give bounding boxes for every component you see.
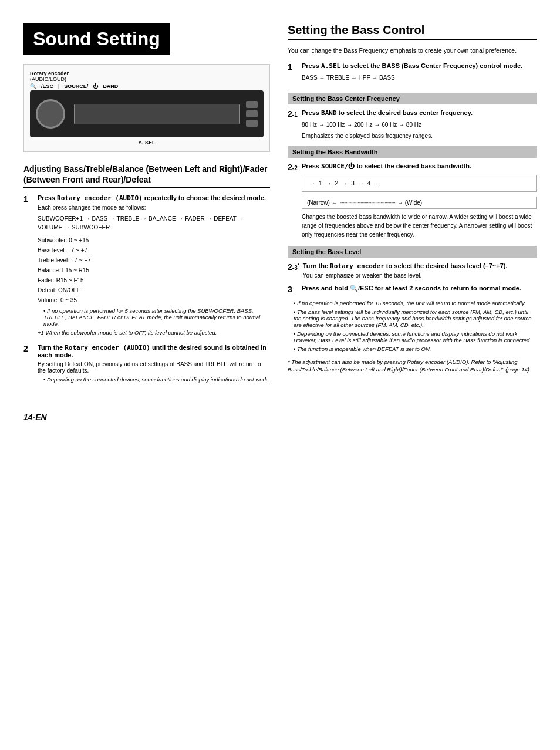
step-2-content: Turn the Rotary encoder (AUDIO) until th… (38, 344, 270, 385)
right-step-2-1-number: 2-1 (288, 109, 298, 139)
separator-bar: | (58, 83, 59, 89)
left-column: Sound Setting Rotary encoder (AUDIO/LOUD… (23, 23, 270, 424)
device-screen (74, 104, 240, 124)
right-step-2-2: 2-2 Press SOURCE/⏻ to select the desired… (288, 163, 537, 239)
page-layout: Sound Setting Rotary encoder (AUDIO/LOUD… (23, 23, 537, 424)
right-notes: If no operation is performed for 15 seco… (288, 300, 537, 352)
step-num-2: 2 (288, 109, 292, 119)
right-step-2-3-number: 2-3* (288, 262, 299, 279)
value-fader: Fader: R15 ~ F15 (38, 275, 270, 285)
device-diagram: Rotary encoder (AUDIO/LOUD) 🔍 /ESC | SOU… (23, 64, 270, 152)
step-sub-num-2: -2 (292, 165, 298, 171)
bw-val-3: 3 (351, 180, 355, 187)
bw-dash: — (374, 180, 380, 187)
bass-control-title: Setting the Bass Control (288, 23, 537, 40)
page-number: 14-EN (23, 408, 270, 424)
step-1-content: Press Rotary encoder (AUDIO) repeatedly … (38, 194, 270, 338)
sound-setting-title: Sound Setting (23, 23, 170, 55)
value-bass: Bass level: –7 ~ +7 (38, 245, 270, 255)
device-knob (36, 99, 65, 129)
step-1-footnote: +1 When the subwoofer mode is set to OFF… (38, 329, 270, 336)
device-btn-3 (246, 120, 258, 127)
step-1-note: If no operation is performed for 5 secon… (43, 308, 270, 327)
narrow-label: (Narrow) ← (307, 200, 338, 206)
source-label: SOURCE/ (64, 83, 88, 89)
right-step-1-number: 1 (288, 62, 298, 86)
right-step-2-1-instruction: Press BAND to select the desired bass ce… (302, 109, 537, 117)
right-note-3: Depending on the connected devices, some… (294, 330, 537, 343)
bw-arrow-1: → (309, 180, 315, 187)
bandwidth-diagram: → 1 → 2 → 3 → 4 — (302, 175, 537, 192)
right-column: Setting the Bass Control You can change … (288, 23, 537, 424)
right-step-2-3-sub: You can emphasize or weaken the bass lev… (303, 272, 537, 279)
rotary-label: Rotary encoder (AUDIO/LOUD) (30, 70, 69, 82)
step-asterisk: * (298, 262, 299, 268)
step-1-number: 1 (23, 194, 34, 338)
right-step-2-3-content: Turn the Rotary encoder to select the de… (303, 262, 537, 279)
value-defeat: Defeat: ON/OFF (38, 285, 270, 295)
a-sel-label: A. SEL (30, 140, 264, 146)
left-step-2: 2 Turn the Rotary encoder (AUDIO) until … (23, 344, 270, 385)
page-suffix: -EN (33, 413, 47, 422)
right-step-3-bold: Press and hold 🔍/ESC for at least 2 seco… (302, 285, 521, 292)
right-step-2-1-sub: Emphasizes the displayed bass frequency … (302, 133, 537, 139)
wide-label: → (Wide) (397, 200, 422, 206)
intro-text: You can change the Bass Frequency emphas… (288, 46, 537, 55)
right-note-2: The bass level settings will be individu… (294, 309, 537, 328)
left-section-title: Adjusting Bass/Treble/Balance (Between L… (23, 164, 270, 188)
device-btn-2 (246, 110, 258, 117)
right-step-2-2-content: Press SOURCE/⏻ to select the desired bas… (302, 163, 537, 239)
right-note-4: The function is inoperable when DEFEAT i… (294, 346, 537, 352)
bass-level-heading: Setting the Bass Level (288, 246, 537, 258)
diagram-device (30, 90, 264, 137)
right-step-2-1: 2-1 Press BAND to select the desired bas… (288, 109, 537, 139)
rotary-sublabel: (AUDIO/LOUD) (30, 76, 66, 82)
device-btn-1 (246, 101, 258, 108)
diagram-top-labels: Rotary encoder (AUDIO/LOUD) (30, 70, 264, 82)
right-step-2-3-bold: Turn the Rotary encoder to select the de… (303, 262, 508, 269)
search-icon-label: 🔍 (30, 83, 36, 89)
right-step-3-number: 3 (288, 285, 298, 294)
esc-label: /ESC (41, 83, 53, 89)
right-step-2-1-content: Press BAND to select the desired bass ce… (302, 109, 537, 139)
right-step-3-content: Press and hold 🔍/ESC for at least 2 seco… (302, 285, 537, 294)
left-step-1: 1 Press Rotary encoder (AUDIO) repeatedl… (23, 194, 270, 338)
step-1-mode-sequence: SUBWOOFER+1 → BASS → TREBLE → BALANCE → … (38, 214, 270, 232)
device-buttons (246, 101, 258, 127)
right-step-1-instruction: Press A.SEL to select the BASS (Bass Cen… (302, 62, 537, 70)
power-icon: ⏻ (93, 83, 98, 89)
value-balance: Balance: L15 ~ R15 (38, 265, 270, 275)
right-step-2-2-instruction: Press SOURCE/⏻ to select the desired bas… (302, 163, 537, 170)
right-step-2-2-bold: Press SOURCE/⏻ to select the desired bas… (302, 163, 471, 170)
value-volume: Volume: 0 ~ 35 (38, 295, 270, 305)
right-step-2-2-number: 2-2 (288, 163, 298, 239)
step-sub-num-1: -1 (292, 112, 298, 118)
bw-arrow-3: → (342, 180, 348, 187)
bw-val-1: 1 (319, 180, 322, 187)
right-step-2-1-sequence: 80 Hz → 100 Hz → 200 Hz → 60 Hz → 80 Hz (302, 120, 537, 129)
step-2-instruction-bold: Turn the Rotary encoder (AUDIO) until th… (38, 344, 266, 359)
step-num-2c: 2 (288, 262, 292, 272)
right-step-3: 3 Press and hold 🔍/ESC for at least 2 se… (288, 285, 537, 294)
step-1-sub: Each press changes the mode as follows: (38, 204, 270, 211)
bass-center-heading: Setting the Bass Center Frequency (288, 93, 537, 104)
right-step-2-3: 2-3* Turn the Rotary encoder to select t… (288, 262, 537, 279)
page-num-text: 14 (23, 413, 33, 422)
step-2-number: 2 (23, 344, 34, 385)
right-step-1-sequence: BASS → TREBLE → HPF → BASS (302, 73, 537, 82)
bw-arrow-2: → (326, 180, 332, 187)
right-step-1: 1 Press A.SEL to select the BASS (Bass C… (288, 62, 537, 86)
value-subwoofer: Subwoofer: 0 ~ +15 (38, 235, 270, 245)
step-sub-num-3: -3 (292, 265, 298, 271)
right-step-1-bold: Press A.SEL to select the BASS (Bass Cen… (302, 62, 522, 69)
bandwidth-narrow-wide: (Narrow) ← ·····························… (302, 197, 537, 209)
value-treble: Treble level: –7 ~ +7 (38, 255, 270, 265)
right-step-2-1-bold: Press BAND to select the desired bass ce… (302, 109, 473, 116)
right-step-1-content: Press A.SEL to select the BASS (Bass Cen… (302, 62, 537, 86)
bass-bandwidth-heading: Setting the Bass Bandwidth (288, 146, 537, 158)
step-2-sub: By setting Defeat ON, previously adjuste… (38, 361, 270, 374)
right-step-3-instruction: Press and hold 🔍/ESC for at least 2 seco… (302, 285, 537, 292)
step-2-instruction: Turn the Rotary encoder (AUDIO) until th… (38, 344, 270, 359)
bw-arrow-4: → (358, 180, 364, 187)
bw-val-4: 4 (367, 180, 371, 187)
